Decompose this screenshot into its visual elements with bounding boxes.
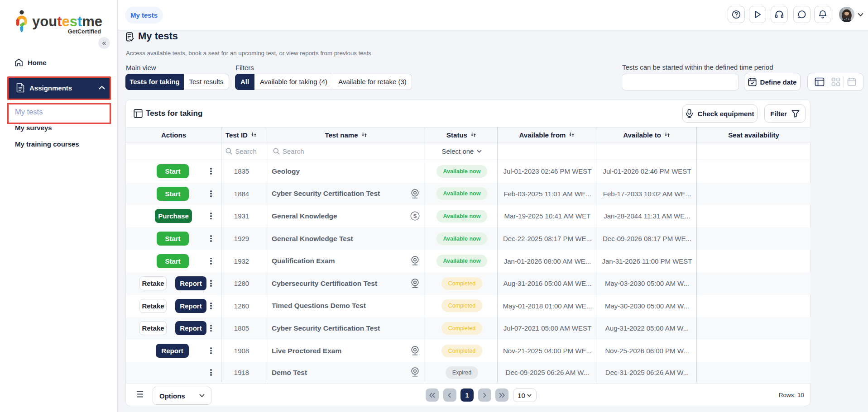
svg-text:$: $ <box>413 213 417 219</box>
svg-text:GetCertified: GetCertified <box>68 28 101 35</box>
svg-text:youtestme: youtestme <box>32 14 102 29</box>
